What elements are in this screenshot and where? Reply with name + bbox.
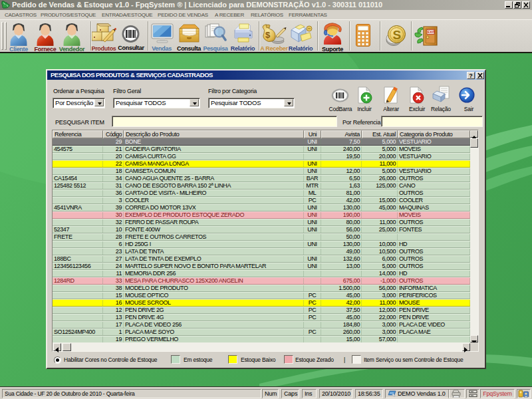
svg-text:$: $ — [265, 30, 271, 40]
svg-text:EXIT: EXIT — [428, 30, 435, 34]
svg-text:S: S — [393, 28, 402, 42]
